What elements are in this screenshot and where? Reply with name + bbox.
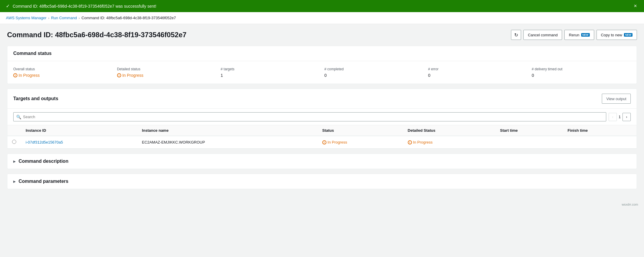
detailed-status-cell: ! In Progress (403, 136, 495, 149)
targets-header: Targets and outputs View output (7, 89, 637, 109)
command-parameters-header[interactable]: ▶ Command parameters (7, 174, 637, 189)
detailed-status-label: Detailed status (117, 67, 216, 71)
footer-text: wsxdrr.com (622, 203, 638, 206)
check-icon: ✓ (6, 3, 10, 9)
search-input[interactable] (13, 112, 606, 121)
detailed-status-value: ! In Progress (408, 140, 491, 144)
breadcrumb-sep-1: › (48, 16, 50, 20)
completed-item: # completed 0 (324, 67, 423, 78)
prev-page-button[interactable]: ‹ (609, 113, 617, 121)
targets-outputs-panel: Targets and outputs View output 🔍 ‹ 1 › … (7, 89, 637, 149)
targets-label: # targets (221, 67, 320, 71)
breadcrumb-root[interactable]: AWS Systems Manager (6, 16, 47, 20)
targets-outputs-title: Targets and outputs (13, 96, 58, 101)
detailed-status-item: Detailed status ! In Progress (117, 67, 216, 78)
page-header: Command ID: 48fbc5a6-698d-4c38-8f19-3735… (7, 30, 637, 40)
chevron-parameters-icon: ▶ (13, 180, 16, 183)
delivery-timed-out-label: # delivery timed out (532, 67, 631, 71)
cancel-command-button[interactable]: Cancel command (523, 30, 562, 40)
close-banner-button[interactable]: × (632, 3, 638, 9)
instances-table: Instance ID Instance name Status Detaile… (7, 125, 637, 149)
command-status-title: Command status (7, 46, 637, 61)
detailed-status-value: ! In Progress (117, 73, 216, 78)
col-instance-id: Instance ID (21, 125, 137, 136)
status-in-progress-icon: ! (322, 140, 326, 144)
breadcrumb-run-command[interactable]: Run Command (51, 16, 77, 20)
banner-message: Command ID: 48fbc5a6-698d-4c38-8f19-3735… (13, 4, 156, 9)
breadcrumb-sep-2: › (79, 16, 80, 20)
targets-item: # targets 1 (221, 67, 320, 78)
command-parameters-section: ▶ Command parameters (7, 174, 637, 189)
overall-status-label: Overall status (13, 67, 112, 71)
rerun-badge: New (581, 33, 590, 37)
pagination-controls: ‹ 1 › (609, 113, 631, 121)
view-output-button[interactable]: View output (602, 94, 631, 104)
breadcrumb-current: Command ID: 48fbc5a6-698d-4c38-8f19-3735… (81, 16, 176, 20)
instance-id-cell: i-07df312d5e15670a5 (21, 136, 137, 149)
instance-id-link[interactable]: i-07df312d5e15670a5 (26, 140, 63, 144)
status-cell: ! In Progress (318, 136, 403, 149)
status-value: ! In Progress (322, 140, 398, 144)
command-description-title: Command description (19, 159, 68, 164)
refresh-button[interactable]: ↻ (511, 30, 521, 40)
delivery-timed-out-item: # delivery timed out 0 (532, 67, 631, 78)
col-instance-name: Instance name (137, 125, 317, 136)
rerun-button[interactable]: Rerun New (564, 30, 594, 40)
copy-to-new-button[interactable]: Copy to new New (597, 30, 637, 40)
col-detailed-status: Detailed Status (403, 125, 495, 136)
start-time-cell (495, 136, 563, 149)
command-description-header[interactable]: ▶ Command description (7, 154, 637, 169)
search-icon: 🔍 (16, 115, 21, 119)
error-value: 0 (428, 73, 527, 78)
overall-in-progress-icon: ! (13, 73, 17, 77)
detailed-status-in-progress-icon: ! (408, 140, 412, 144)
row-radio-cell[interactable] (7, 136, 21, 149)
table-header-row: Instance ID Instance name Status Detaile… (7, 125, 637, 136)
targets-value: 1 (221, 73, 320, 78)
header-actions: ↻ Cancel command Rerun New Copy to new N… (511, 30, 637, 40)
delivery-timed-out-value: 0 (532, 73, 631, 78)
command-description-section: ▶ Command description (7, 154, 637, 169)
col-finish-time: Finish time (563, 125, 637, 136)
col-status: Status (318, 125, 403, 136)
search-wrapper: 🔍 (13, 112, 606, 121)
completed-label: # completed (324, 67, 423, 71)
finish-time-cell (563, 136, 637, 149)
status-grid: Overall status ! In Progress Detailed st… (13, 67, 631, 78)
col-start-time: Start time (495, 125, 563, 136)
table-row: i-07df312d5e15670a5 EC2AMAZ-EMJIKKC.WORK… (7, 136, 637, 149)
next-page-button[interactable]: › (622, 113, 631, 121)
col-select (7, 125, 21, 136)
page-title: Command ID: 48fbc5a6-698d-4c38-8f19-3735… (7, 31, 186, 39)
command-parameters-title: Command parameters (19, 179, 68, 184)
command-status-panel: Command status Overall status ! In Progr… (7, 46, 637, 84)
detailed-in-progress-icon: ! (117, 73, 121, 77)
copy-badge: New (624, 33, 632, 37)
breadcrumb: AWS Systems Manager › Run Command › Comm… (0, 12, 644, 24)
overall-status-item: Overall status ! In Progress (13, 67, 112, 78)
chevron-description-icon: ▶ (13, 160, 16, 163)
row-radio[interactable] (12, 140, 16, 144)
overall-status-value: ! In Progress (13, 73, 112, 78)
page-count: 1 (619, 115, 621, 119)
success-banner: ✓ Command ID: 48fbc5a6-698d-4c38-8f19-37… (0, 0, 644, 12)
footer: wsxdrr.com (0, 200, 644, 209)
instance-name-cell: EC2AMAZ-EMJIKKC.WORKGROUP (137, 136, 317, 149)
error-item: # error 0 (428, 67, 527, 78)
search-pagination-row: 🔍 ‹ 1 › (7, 109, 637, 125)
error-label: # error (428, 67, 527, 71)
completed-value: 0 (324, 73, 423, 78)
